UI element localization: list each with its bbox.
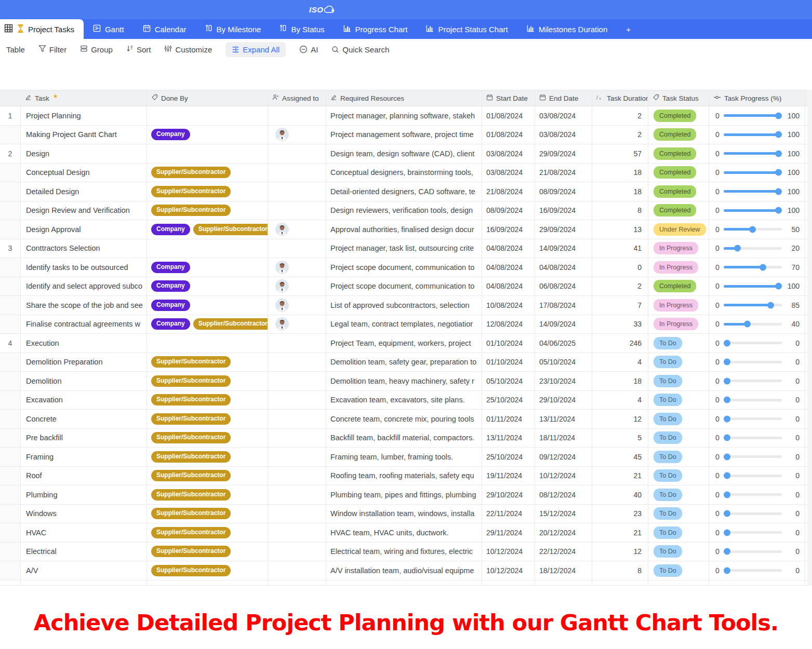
done-by-cell[interactable] [147, 106, 268, 125]
duration-cell[interactable]: 18 [592, 164, 648, 182]
progress-slider[interactable] [724, 475, 782, 477]
done-by-cell[interactable]: Supplier/Subcontractor [147, 410, 268, 428]
resources-cell[interactable]: Demolition team, safety gear, preparatio… [326, 353, 482, 372]
start-date-cell[interactable]: 01/08/2024 [482, 106, 535, 125]
assignee-cell[interactable] [268, 126, 326, 144]
end-date-cell[interactable]: 08/09/2024 [535, 182, 592, 201]
column-header-start-date[interactable]: Start Date [482, 90, 535, 106]
done-by-cell[interactable]: Supplier/Subcontractor [147, 561, 268, 580]
status-cell[interactable]: To Do [648, 353, 709, 372]
assignee-cell[interactable] [268, 296, 326, 315]
tab-gantt[interactable]: Gantt [84, 19, 134, 39]
done-by-cell[interactable]: Company [147, 258, 268, 277]
done-by-cell[interactable]: Supplier/Subcontractor [147, 448, 268, 466]
task-cell[interactable]: Plumbing [21, 485, 147, 504]
status-cell[interactable]: Completed [648, 164, 709, 182]
duration-cell[interactable]: 0 [592, 258, 648, 277]
progress-slider[interactable] [724, 285, 782, 288]
task-cell[interactable]: Design [21, 144, 147, 163]
task-cell[interactable]: Identify and select approved subco [21, 277, 147, 296]
row-number[interactable]: 2 [0, 144, 21, 163]
duration-cell[interactable]: 2 [592, 126, 648, 144]
end-date-cell[interactable]: 15/12/2024 [535, 505, 592, 523]
duration-cell[interactable]: 8 [592, 561, 648, 580]
end-date-cell[interactable]: 18/12/2024 [535, 561, 592, 580]
row-number[interactable]: 1 [0, 106, 21, 125]
task-cell[interactable]: Framing [21, 448, 147, 466]
progress-slider[interactable] [724, 531, 782, 534]
end-date-cell[interactable]: 14/09/2024 [535, 239, 592, 258]
duration-cell[interactable]: 13 [592, 220, 648, 239]
start-date-cell[interactable]: 01/08/2024 [482, 126, 535, 144]
resources-cell[interactable]: List of approved subcontractors, selecti… [326, 296, 482, 315]
status-cell[interactable]: To Do [648, 523, 709, 542]
progress-slider[interactable] [724, 266, 782, 268]
done-by-cell[interactable] [147, 239, 268, 258]
duration-cell[interactable]: 18 [592, 372, 648, 390]
slider-thumb[interactable] [724, 453, 730, 460]
task-cell[interactable]: Execution [21, 334, 147, 353]
task-cell[interactable]: Share the scope of the job and see [21, 296, 147, 315]
resources-cell[interactable]: Approval authorities, finalised design d… [326, 220, 482, 239]
assignee-cell[interactable] [268, 505, 326, 523]
assignee-cell[interactable] [268, 182, 326, 201]
done-by-cell[interactable] [147, 334, 268, 353]
progress-cell[interactable]: 00 [709, 372, 805, 390]
resources-cell[interactable]: Concrete team, concrete mix, pouring too… [326, 410, 482, 428]
end-date-cell[interactable]: 23/10/2024 [535, 372, 592, 390]
slider-thumb[interactable] [775, 283, 782, 290]
end-date-cell[interactable]: 20/12/2024 [535, 523, 592, 542]
progress-slider[interactable] [724, 209, 782, 212]
slider-thumb[interactable] [775, 207, 782, 214]
row-number[interactable]: 3 [0, 239, 21, 258]
slider-thumb[interactable] [724, 415, 730, 422]
slider-thumb[interactable] [724, 340, 730, 346]
progress-slider[interactable] [724, 171, 782, 174]
row-number[interactable] [0, 220, 21, 239]
assignee-cell[interactable] [268, 372, 326, 390]
assignee-cell[interactable] [268, 448, 326, 466]
duration-cell[interactable]: 7 [592, 296, 648, 315]
progress-cell[interactable]: 085 [709, 296, 805, 315]
slider-thumb[interactable] [724, 567, 730, 574]
row-number[interactable] [0, 485, 21, 504]
progress-slider[interactable] [724, 569, 782, 572]
start-date-cell[interactable]: 12/08/2024 [482, 315, 535, 334]
resources-cell[interactable]: Roofing team, roofing materials, safety … [326, 467, 482, 485]
done-by-cell[interactable]: Supplier/Subcontractor [147, 523, 268, 542]
start-date-cell[interactable]: 13/11/2024 [482, 429, 535, 448]
end-date-cell[interactable]: 03/08/2024 [535, 126, 592, 144]
progress-cell[interactable]: 00 [709, 334, 805, 353]
progress-slider[interactable] [724, 493, 782, 496]
assignee-cell[interactable] [268, 220, 326, 239]
done-by-cell[interactable]: Supplier/Subcontractor [147, 201, 268, 220]
slider-thumb[interactable] [775, 131, 782, 138]
progress-slider[interactable] [724, 323, 782, 326]
slider-thumb[interactable] [724, 472, 730, 479]
status-cell[interactable]: Completed [648, 106, 709, 125]
assignee-cell[interactable] [268, 334, 326, 353]
resources-cell[interactable]: Design reviewers, verification tools, de… [326, 201, 482, 220]
progress-cell[interactable]: 00 [709, 410, 805, 428]
tab-by-milestone[interactable]: By Milestone [196, 19, 271, 39]
duration-cell[interactable]: 45 [592, 448, 648, 466]
progress-slider[interactable] [724, 512, 782, 515]
progress-cell[interactable]: 070 [709, 258, 805, 277]
start-date-cell[interactable]: 10/08/2024 [482, 296, 535, 315]
duration-cell[interactable]: 8 [592, 201, 648, 220]
resources-cell[interactable]: Project scope document, communication to [326, 258, 482, 277]
progress-cell[interactable]: 0100 [709, 277, 805, 296]
task-cell[interactable]: Design Review and Verification [21, 201, 147, 220]
task-cell[interactable]: Making Project Gantt Chart [21, 126, 147, 144]
column-header-done-by[interactable]: Done By [147, 90, 268, 106]
done-by-cell[interactable]: Supplier/Subcontractor [147, 391, 268, 410]
start-date-cell[interactable]: 04/08/2024 [482, 258, 535, 277]
status-cell[interactable]: To Do [648, 505, 709, 523]
done-by-cell[interactable]: CompanySupplier/Subcontractor [147, 220, 268, 239]
slider-thumb[interactable] [775, 188, 782, 195]
end-date-cell[interactable]: 13/11/2024 [535, 410, 592, 428]
end-date-cell[interactable]: 18/11/2024 [535, 429, 592, 448]
progress-cell[interactable]: 0100 [709, 106, 805, 125]
resources-cell[interactable]: Legal team, contract templates, negotiat… [326, 315, 482, 334]
assignee-cell[interactable] [268, 201, 326, 220]
